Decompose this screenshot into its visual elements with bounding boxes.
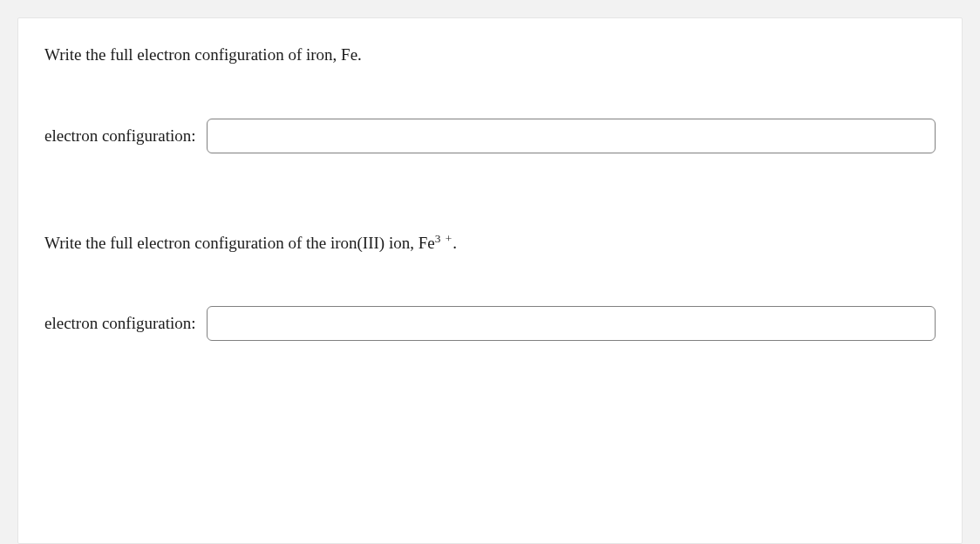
question-2-superscript: 3 + <box>435 232 453 245</box>
question-1-input-row: electron configuration: <box>44 119 936 153</box>
question-1-text: Write the full electron configuration of… <box>44 45 362 64</box>
question-1-label: electron configuration: <box>44 126 196 146</box>
question-1-input[interactable] <box>207 119 936 153</box>
question-2-input-row: electron configuration: <box>44 306 936 341</box>
question-2-text-pre: Write the full electron configuration of… <box>44 234 435 252</box>
question-2-prompt: Write the full electron configuration of… <box>44 230 936 256</box>
question-2-label: electron configuration: <box>44 314 196 333</box>
question-card: Write the full electron configuration of… <box>17 17 963 544</box>
question-2-text-post: . <box>453 234 457 252</box>
question-2-input[interactable] <box>207 306 936 341</box>
question-1-prompt: Write the full electron configuration of… <box>44 43 936 68</box>
